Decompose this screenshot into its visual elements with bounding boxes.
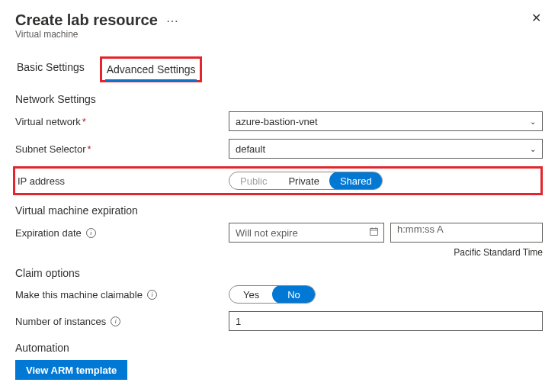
chevron-down-icon: ⌄ (530, 145, 536, 153)
input-expiration-date-placeholder: Will not expire (236, 227, 298, 239)
info-icon[interactable]: i (111, 316, 120, 326)
section-automation: Automation (15, 342, 543, 354)
ip-option-shared[interactable]: Shared (329, 172, 383, 190)
info-icon[interactable]: i (86, 228, 96, 238)
timezone-note: Pacific Standard Time (15, 247, 543, 258)
label-claimable: Make this machine claimable (15, 289, 143, 300)
required-marker: * (88, 143, 91, 155)
page-title: Create lab resource (15, 11, 158, 28)
input-expiration-time[interactable]: h:mm:ss A (390, 223, 543, 243)
input-expiration-date[interactable]: Will not expire (229, 223, 384, 243)
chevron-down-icon: ⌄ (530, 117, 536, 126)
svg-rect-0 (370, 228, 378, 235)
select-subnet-value: default (236, 143, 265, 155)
toggle-claimable: Yes No (229, 285, 316, 304)
ip-option-public: Public (229, 172, 277, 189)
tab-basic-settings[interactable]: Basic Settings (15, 56, 86, 82)
label-virtual-network: Virtual network (15, 116, 81, 127)
label-expiration-date: Expiration date (15, 227, 82, 239)
claimable-option-yes[interactable]: Yes (229, 286, 273, 303)
view-arm-template-button[interactable]: View ARM template (15, 360, 127, 380)
highlight-advanced-tab: Advanced Settings (100, 56, 203, 82)
label-subnet: Subnet Selector (15, 143, 86, 155)
page-subtitle: Virtual machine (15, 29, 543, 40)
more-icon[interactable]: ⋯ (166, 14, 179, 27)
select-subnet[interactable]: default ⌄ (229, 139, 543, 159)
label-instances: Number of instances (15, 316, 106, 327)
select-virtual-network-value: azure-bastion-vnet (236, 116, 318, 127)
info-icon[interactable]: i (147, 290, 157, 300)
section-network: Network Settings (15, 93, 543, 105)
tab-bar: Basic Settings Advanced Settings (15, 56, 543, 82)
calendar-icon (369, 227, 379, 239)
select-virtual-network[interactable]: azure-bastion-vnet ⌄ (229, 111, 543, 131)
highlight-ip-address: IP address Public Private Shared (13, 166, 543, 195)
claimable-option-no[interactable]: No (272, 285, 316, 304)
required-marker: * (82, 116, 86, 127)
input-instances[interactable] (229, 311, 543, 331)
section-expiration: Virtual machine expiration (15, 204, 543, 217)
tab-advanced-settings[interactable]: Advanced Settings (105, 59, 197, 80)
section-claim: Claim options (15, 267, 543, 279)
ip-option-private[interactable]: Private (277, 172, 329, 189)
toggle-ip-address: Public Private Shared (229, 172, 383, 190)
label-ip-address: IP address (18, 175, 65, 187)
close-icon[interactable]: ✕ (530, 11, 543, 26)
